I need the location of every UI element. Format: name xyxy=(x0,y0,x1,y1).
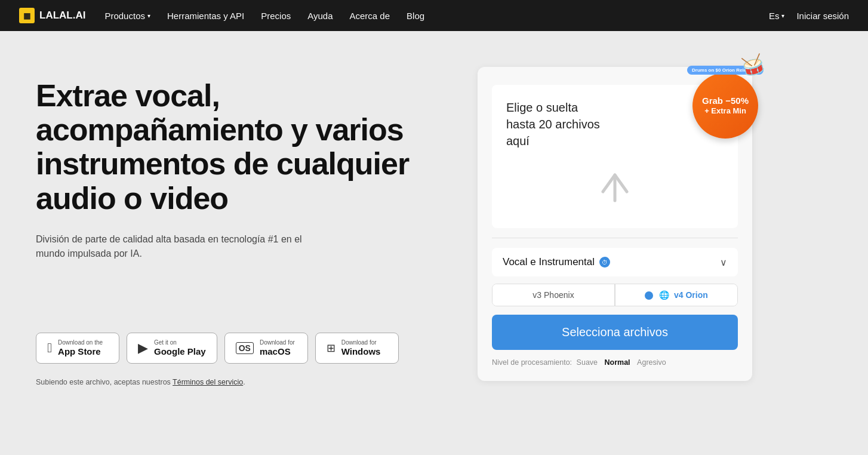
windows-label-top: Download for xyxy=(341,339,381,346)
signin-button[interactable]: Iniciar sesión xyxy=(796,11,849,21)
googleplay-label-bottom: Google Play xyxy=(154,346,206,357)
processing-level-aggressive[interactable]: Agresivo xyxy=(637,358,666,367)
left-section: Extrae vocal, acompañamiento y varios in… xyxy=(36,67,442,386)
hero-title: Extrae vocal, acompañamiento y varios in… xyxy=(36,79,442,216)
nav-herramientas[interactable]: Herramientas y API xyxy=(167,11,244,21)
nav-links: Productos ▾ Herramientas y API Precios A… xyxy=(104,11,750,21)
right-section: 🥁 Drums on $0 Orion Released! Grab −50% … xyxy=(478,67,752,381)
processing-level-soft[interactable]: Suave xyxy=(577,358,598,367)
nav-productos[interactable]: Productos ▾ xyxy=(104,11,150,21)
chevron-down-icon: ▾ xyxy=(781,13,784,19)
hero-subtitle: División de parte de calidad alta basada… xyxy=(36,232,322,261)
navbar: ▦ LALAL.AI Productos ▾ Herramientas y AP… xyxy=(0,0,868,31)
macos-button[interactable]: OS Download for macOS xyxy=(224,333,308,364)
windows-button[interactable]: ⊞ Download for Windows xyxy=(315,333,399,364)
windows-icon: ⊞ xyxy=(327,342,335,355)
separation-type-dropdown[interactable]: Vocal e Instrumental ⏱ ∨ xyxy=(492,248,738,276)
info-icon: ⏱ xyxy=(599,257,610,268)
apple-icon:  xyxy=(47,340,52,356)
macos-label-top: Download for xyxy=(260,339,295,346)
chevron-down-icon: ∨ xyxy=(720,257,727,268)
nav-precios[interactable]: Precios xyxy=(261,11,291,21)
promo-circle[interactable]: Grab −50% + Extra Min xyxy=(692,73,758,139)
drum-sticks-icon: 🥁 xyxy=(740,53,767,78)
language-selector[interactable]: Es ▾ xyxy=(769,11,785,21)
googleplay-button[interactable]: ▶ Get it on Google Play xyxy=(127,333,217,364)
upload-arrow-icon xyxy=(591,162,639,210)
download-buttons:  Download on the App Store ▶ Get it on … xyxy=(36,333,442,364)
upload-prompt: Elige o sueltahasta 20 archivosaquí xyxy=(492,85,614,149)
nav-acercade[interactable]: Acerca de xyxy=(350,11,390,21)
appstore-button[interactable]:  Download on the App Store xyxy=(36,333,119,364)
nav-logo[interactable]: ▦ LALAL.AI xyxy=(19,8,85,23)
promo-badge: 🥁 Drums on $0 Orion Released! Grab −50% … xyxy=(687,61,764,139)
logo-icon: ▦ xyxy=(19,8,35,23)
upload-arrow-area xyxy=(591,149,639,228)
appstore-label-top: Download on the xyxy=(58,339,103,346)
googleplay-label-top: Get it on xyxy=(154,339,206,346)
windows-label-bottom: Windows xyxy=(341,346,381,357)
processing-level: Nivel de procesamiento: Suave Normal Agr… xyxy=(492,358,738,367)
main-content: Extrae vocal, acompañamiento y varios in… xyxy=(0,31,868,455)
appstore-label-bottom: App Store xyxy=(58,346,103,357)
version-tabs: v3 Phoenix 🌐 v4 Orion xyxy=(492,284,738,306)
terms-link[interactable]: Términos del servicio xyxy=(173,378,243,386)
orion-globe-icon: 🌐 xyxy=(659,290,669,300)
macos-icon: OS xyxy=(236,342,254,354)
separator xyxy=(492,238,738,238)
nav-blog[interactable]: Blog xyxy=(407,11,424,21)
dropdown-label: Vocal e Instrumental ⏱ xyxy=(503,256,610,268)
tab-v4-orion[interactable]: 🌐 v4 Orion xyxy=(615,284,737,306)
nav-right: Es ▾ Iniciar sesión xyxy=(769,11,849,21)
processing-level-normal[interactable]: Normal xyxy=(605,358,630,367)
logo-text: LALAL.AI xyxy=(39,10,85,21)
chevron-down-icon: ▾ xyxy=(147,13,150,19)
android-icon: ▶ xyxy=(138,340,148,356)
select-files-button[interactable]: Selecciona archivos xyxy=(492,315,738,350)
macos-label-bottom: macOS xyxy=(260,346,295,357)
tab-v3-phoenix[interactable]: v3 Phoenix xyxy=(493,284,615,306)
nav-ayuda[interactable]: Ayuda xyxy=(307,11,333,21)
terms-text: Subiendo este archivo, aceptas nuestros … xyxy=(36,378,442,386)
